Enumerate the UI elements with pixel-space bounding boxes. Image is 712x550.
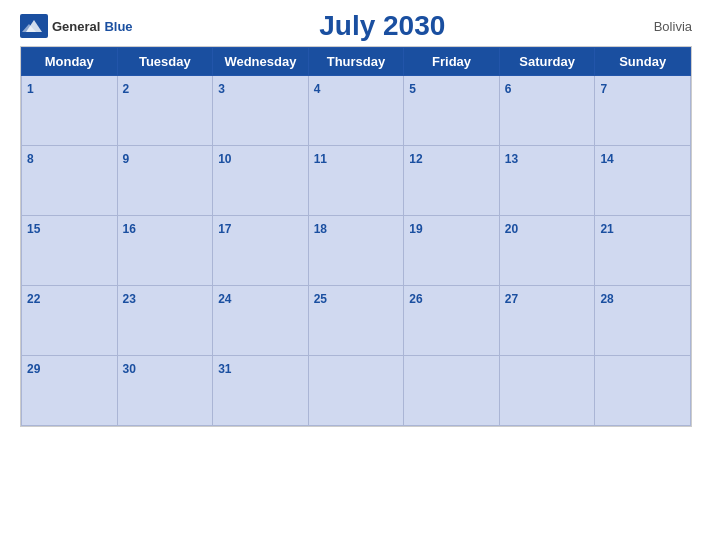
day-number: 1: [27, 82, 34, 96]
day-number: 15: [27, 222, 40, 236]
calendar-body: 1234567891011121314151617181920212223242…: [22, 76, 691, 426]
day-cell: 8: [22, 146, 118, 216]
logo-icon: [20, 14, 48, 38]
day-number: 16: [123, 222, 136, 236]
day-cell: 18: [308, 216, 404, 286]
day-cell: 27: [499, 286, 595, 356]
day-number: 18: [314, 222, 327, 236]
day-number: 24: [218, 292, 231, 306]
day-number: 3: [218, 82, 225, 96]
day-cell: 7: [595, 76, 691, 146]
day-cell: 26: [404, 286, 500, 356]
day-cell: [499, 356, 595, 426]
calendar-container: Monday Tuesday Wednesday Thursday Friday…: [20, 46, 692, 427]
day-cell: 15: [22, 216, 118, 286]
week-row-1: 1234567: [22, 76, 691, 146]
day-cell: 10: [213, 146, 309, 216]
day-number: 4: [314, 82, 321, 96]
col-wednesday: Wednesday: [213, 48, 309, 76]
logo: GeneralBlue: [20, 14, 133, 38]
day-number: 11: [314, 152, 327, 166]
day-number: 27: [505, 292, 518, 306]
col-tuesday: Tuesday: [117, 48, 213, 76]
top-bar: GeneralBlue July 2030 Bolivia: [20, 10, 692, 42]
country-label: Bolivia: [632, 19, 692, 34]
day-cell: 28: [595, 286, 691, 356]
day-cell: 31: [213, 356, 309, 426]
day-cell: 21: [595, 216, 691, 286]
day-cell: 24: [213, 286, 309, 356]
col-friday: Friday: [404, 48, 500, 76]
day-cell: 19: [404, 216, 500, 286]
day-number: 12: [409, 152, 422, 166]
day-cell: 13: [499, 146, 595, 216]
col-saturday: Saturday: [499, 48, 595, 76]
day-cell: 2: [117, 76, 213, 146]
day-cell: 6: [499, 76, 595, 146]
col-monday: Monday: [22, 48, 118, 76]
day-number: 25: [314, 292, 327, 306]
day-number: 30: [123, 362, 136, 376]
day-cell: 23: [117, 286, 213, 356]
logo-blue-text: Blue: [104, 19, 132, 34]
logo-general-text: General: [52, 19, 100, 34]
header-row: Monday Tuesday Wednesday Thursday Friday…: [22, 48, 691, 76]
day-number: 20: [505, 222, 518, 236]
calendar-table: Monday Tuesday Wednesday Thursday Friday…: [21, 47, 691, 426]
day-cell: 20: [499, 216, 595, 286]
day-number: 13: [505, 152, 518, 166]
day-cell: 11: [308, 146, 404, 216]
day-cell: 29: [22, 356, 118, 426]
day-cell: 30: [117, 356, 213, 426]
day-number: 8: [27, 152, 34, 166]
week-row-4: 22232425262728: [22, 286, 691, 356]
day-cell: 1: [22, 76, 118, 146]
day-number: 6: [505, 82, 512, 96]
day-number: 14: [600, 152, 613, 166]
day-cell: 16: [117, 216, 213, 286]
day-cell: 12: [404, 146, 500, 216]
day-number: 9: [123, 152, 130, 166]
day-cell: 14: [595, 146, 691, 216]
day-cell: [308, 356, 404, 426]
day-number: 31: [218, 362, 231, 376]
day-number: 7: [600, 82, 607, 96]
day-cell: [404, 356, 500, 426]
day-number: 2: [123, 82, 130, 96]
day-cell: 22: [22, 286, 118, 356]
day-cell: 5: [404, 76, 500, 146]
col-sunday: Sunday: [595, 48, 691, 76]
week-row-2: 891011121314: [22, 146, 691, 216]
day-cell: 17: [213, 216, 309, 286]
day-cell: 4: [308, 76, 404, 146]
day-number: 29: [27, 362, 40, 376]
week-row-5: 293031: [22, 356, 691, 426]
col-thursday: Thursday: [308, 48, 404, 76]
day-cell: 25: [308, 286, 404, 356]
day-number: 26: [409, 292, 422, 306]
day-number: 23: [123, 292, 136, 306]
day-number: 28: [600, 292, 613, 306]
day-number: 5: [409, 82, 416, 96]
day-number: 17: [218, 222, 231, 236]
week-row-3: 15161718192021: [22, 216, 691, 286]
day-cell: 9: [117, 146, 213, 216]
day-cell: 3: [213, 76, 309, 146]
day-number: 10: [218, 152, 231, 166]
day-number: 21: [600, 222, 613, 236]
day-number: 22: [27, 292, 40, 306]
calendar-title: July 2030: [133, 10, 632, 42]
day-number: 19: [409, 222, 422, 236]
day-cell: [595, 356, 691, 426]
